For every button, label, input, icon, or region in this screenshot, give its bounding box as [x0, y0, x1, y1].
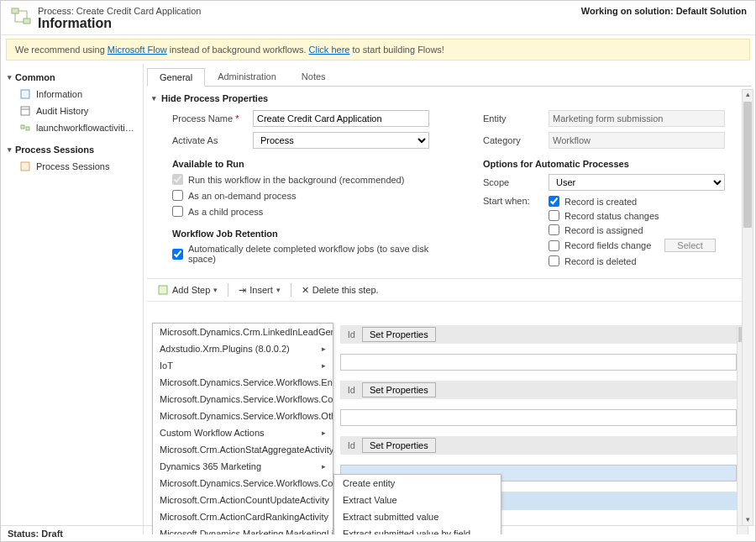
scroll-down-icon[interactable]: ▾: [743, 515, 753, 525]
click-here-link[interactable]: Click here: [309, 45, 350, 55]
add-icon: [157, 284, 169, 296]
child-process-checkbox[interactable]: As a child process: [172, 206, 449, 217]
solution-label: Working on solution: Default Solution: [581, 6, 747, 16]
header: Process: Create Credit Card Application …: [1, 1, 755, 35]
menu-item[interactable]: Microsoft.Crm.ActionStatAggregateActivit…: [153, 441, 333, 458]
tabs: General Administration Notes: [147, 67, 752, 87]
available-to-run-label: Available to Run: [172, 159, 449, 169]
recommendation-bar: We recommend using Microsoft Flow instea…: [6, 39, 750, 61]
hide-properties-toggle[interactable]: ▾ Hide Process Properties: [147, 87, 752, 107]
step-id-label: Id: [344, 385, 355, 395]
delete-step-button[interactable]: ✕Delete this step.: [297, 283, 384, 297]
nav-item-process-sessions[interactable]: Process Sessions: [4, 158, 139, 175]
step-id-label: Id: [344, 329, 355, 339]
set-properties-button[interactable]: Set Properties: [362, 438, 436, 453]
select-fields-button[interactable]: Select: [664, 239, 716, 252]
process-breadcrumb: Process: Create Credit Card Application: [38, 6, 201, 16]
menu-item[interactable]: Microsoft.Dynamics.Service.Workflows.Ent…: [153, 374, 333, 391]
content-area: General Administration Notes ▾ Hide Proc…: [144, 64, 755, 534]
menu-item[interactable]: IoT▸: [153, 357, 333, 374]
menu-item[interactable]: Microsoft.Crm.ActionCountUpdateActivity▸: [153, 492, 333, 508]
submenu-item[interactable]: Extract submitted value by field: [334, 525, 501, 534]
scope-label: Scope: [483, 177, 543, 187]
page-title: Information: [38, 16, 201, 31]
menu-item[interactable]: Microsoft.Dynamics.Service.Workflows.Oth…: [153, 408, 333, 424]
retention-label: Workflow Job Retention: [172, 229, 449, 239]
chevron-right-icon: ▸: [322, 345, 326, 353]
tab-notes[interactable]: Notes: [289, 67, 339, 86]
activate-as-label: Activate As: [172, 135, 248, 145]
start-fields-checkbox[interactable]: Record fields change Select: [549, 239, 716, 252]
history-icon: [19, 105, 31, 117]
chevron-down-icon: ▾: [152, 94, 156, 103]
chevron-down-icon: ▾: [8, 145, 12, 154]
tab-administration[interactable]: Administration: [205, 67, 289, 86]
step-id-label: Id: [344, 440, 355, 450]
menu-item[interactable]: Dynamics 365 Marketing▸: [153, 458, 333, 475]
category-field: [549, 132, 725, 149]
steps-area: Add Step ▾ ⇥Insert ▾ ✕Delete this step. …: [147, 278, 752, 534]
set-properties-button[interactable]: Set Properties: [362, 327, 436, 342]
chevron-right-icon: ▸: [322, 429, 326, 437]
sessions-icon: [19, 160, 31, 172]
start-deleted-checkbox[interactable]: Record is deleted: [549, 255, 716, 266]
run-background-checkbox[interactable]: Run this workflow in the background (rec…: [172, 174, 449, 185]
nav-item-audit-history[interactable]: Audit History: [4, 103, 139, 119]
options-label: Options for Automatic Processes: [483, 159, 743, 169]
chevron-down-icon: ▾: [8, 73, 12, 82]
workflow-icon: [19, 122, 31, 134]
start-when-label: Start when:: [483, 196, 543, 206]
svg-rect-2: [21, 90, 29, 98]
process-name-input[interactable]: [253, 110, 429, 127]
svg-rect-1: [24, 18, 30, 24]
menu-item[interactable]: Microsoft.Crm.ActionCardRankingActivity▸: [153, 508, 333, 525]
on-demand-checkbox[interactable]: As an on-demand process: [172, 190, 449, 201]
svg-rect-3: [21, 107, 29, 115]
tab-general[interactable]: General: [147, 68, 205, 87]
menu-item[interactable]: Microsoft.Dynamics.Service.Workflows.Con…: [153, 475, 333, 492]
svg-rect-7: [21, 162, 29, 171]
start-status-checkbox[interactable]: Record status changes: [549, 210, 716, 221]
nav-item-launchworkflow[interactable]: launchworkflowactiviti…: [4, 119, 139, 136]
menu-item[interactable]: Microsoft.Dynamics.Crm.LinkedInLeadGenI……: [153, 324, 333, 340]
menu-item[interactable]: Microsoft.Dynamics.Marketing.MarketingLi…: [153, 525, 333, 534]
chevron-right-icon: ▸: [322, 361, 326, 370]
scroll-up-icon[interactable]: ▴: [743, 90, 753, 100]
chevron-down-icon: ▾: [276, 286, 281, 294]
content-scrollbar[interactable]: ▴ ▾: [742, 89, 753, 526]
svg-rect-5: [21, 125, 24, 129]
submenu-item[interactable]: Extract submitted value: [334, 508, 501, 525]
chevron-down-icon: ▾: [213, 286, 218, 294]
menu-item[interactable]: Custom Workflow Actions▸: [153, 424, 333, 441]
nav-section-common[interactable]: ▾ Common: [4, 69, 139, 86]
add-step-submenu: Create entityExtract ValueExtract submit…: [333, 474, 501, 534]
delete-icon: ✕: [302, 285, 309, 296]
category-label: Category: [483, 135, 543, 145]
nav-item-information[interactable]: Information: [4, 86, 139, 103]
menu-item[interactable]: Microsoft.Dynamics.Service.Workflows.Con…: [153, 391, 333, 408]
step-field[interactable]: [340, 409, 737, 426]
insert-icon: ⇥: [239, 285, 246, 296]
svg-rect-8: [159, 286, 167, 294]
flow-link[interactable]: Microsoft Flow: [108, 45, 167, 55]
nav-section-sessions[interactable]: ▾ Process Sessions: [4, 141, 139, 158]
svg-rect-0: [12, 8, 18, 13]
start-created-checkbox[interactable]: Record is created: [549, 196, 716, 207]
entity-field: [549, 110, 725, 127]
add-step-button[interactable]: Add Step ▾: [152, 282, 223, 297]
auto-delete-checkbox[interactable]: Automatically delete completed workflow …: [172, 244, 449, 264]
insert-button[interactable]: ⇥Insert ▾: [234, 283, 286, 297]
step-field[interactable]: [340, 354, 737, 371]
scroll-thumb[interactable]: [743, 102, 752, 228]
left-nav: ▾ Common Information Audit History launc…: [1, 64, 144, 534]
submenu-item[interactable]: Create entity: [334, 475, 501, 492]
steps-toolbar: Add Step ▾ ⇥Insert ▾ ✕Delete this step.: [147, 279, 752, 302]
submenu-item[interactable]: Extract Value: [334, 492, 501, 508]
menu-item[interactable]: Adxstudio.Xrm.Plugins (8.0.0.2)▸: [153, 340, 333, 357]
set-properties-button[interactable]: Set Properties: [362, 382, 436, 397]
entity-label: Entity: [483, 113, 543, 124]
process-icon: [9, 6, 33, 29]
activate-as-select[interactable]: Process: [253, 132, 429, 149]
scope-select[interactable]: User: [549, 174, 725, 191]
start-assigned-checkbox[interactable]: Record is assigned: [549, 224, 716, 235]
